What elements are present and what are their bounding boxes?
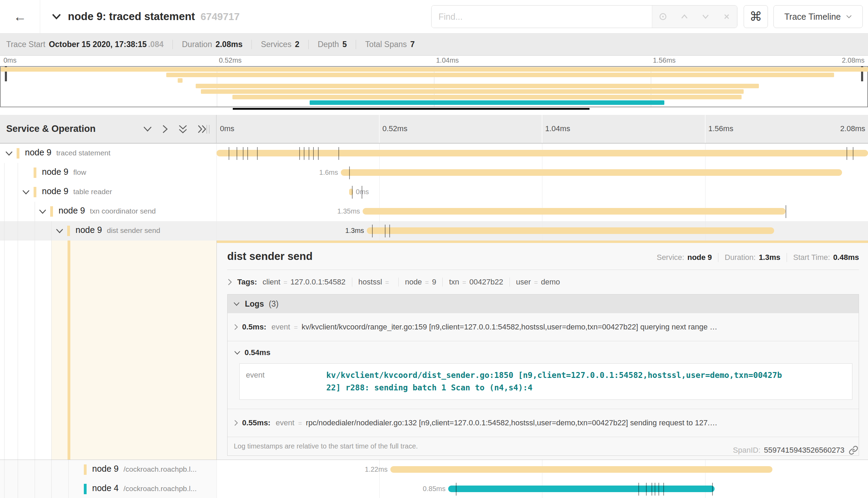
log-tick-marker	[372, 225, 373, 237]
span-row: node 9flow1.6ms	[0, 163, 868, 182]
log-tick-marker	[362, 186, 362, 199]
span-color-bar	[67, 226, 70, 236]
expand-one-icon[interactable]	[162, 124, 168, 134]
log-tick-marker	[304, 147, 304, 160]
minimap-canvas[interactable]	[0, 66, 868, 107]
log-tick-marker	[385, 225, 386, 237]
tag-item: client=127.0.0.1:54582	[263, 278, 346, 287]
tag-divider	[442, 278, 443, 287]
focus-target-icon[interactable]	[658, 12, 668, 21]
detail-divider	[227, 270, 859, 270]
span-row: node 9txn coordinator send1.35ms	[0, 202, 868, 221]
span-color-bar	[34, 187, 36, 197]
minimap-span-bar	[1, 67, 868, 72]
span-name-cell[interactable]: node 9/cockroach.roachpb.l...	[0, 460, 216, 479]
span-timeline-cell[interactable]: 1.35ms	[216, 202, 868, 221]
collapse-chevron-icon[interactable]	[22, 190, 30, 195]
span-timeline-cell[interactable]: 0.85ms	[216, 479, 868, 498]
deep-link-icon[interactable]	[849, 445, 858, 455]
log-row[interactable]: 0.55ms: event = rpc/nodedialer/nodediale…	[228, 409, 859, 437]
span-timeline-cell[interactable]: 1.3ms	[216, 221, 868, 241]
span-bar[interactable]	[390, 466, 772, 473]
timeline-gridline	[216, 479, 217, 498]
collapse-chevron-icon[interactable]	[38, 209, 47, 214]
tree-guide-line	[4, 202, 5, 221]
tree-guide-line	[18, 202, 18, 221]
tree-guide-line	[35, 202, 35, 221]
span-bar[interactable]	[367, 227, 774, 234]
span-rows-below-detail: node 9/cockroach.roachpb.l...1.22msnode …	[0, 460, 868, 498]
log-tick-marker	[318, 147, 319, 160]
trace-collapse-chevron-icon[interactable]	[51, 13, 62, 20]
span-duration-label: 1.6ms	[319, 169, 338, 176]
find-input[interactable]	[432, 6, 652, 28]
tree-guide-line	[4, 221, 5, 241]
view-selector-label: Trace Timeline	[784, 12, 841, 22]
column-resizer-grip[interactable]	[206, 125, 210, 134]
span-row: node 9dist sender send1.3ms	[0, 221, 868, 241]
log-tick-marker	[309, 147, 309, 160]
ruler-gridline	[542, 115, 542, 143]
tree-guide-line	[51, 460, 52, 479]
log-tick-marker	[638, 483, 639, 496]
span-timeline-cell[interactable]: 1.6ms	[216, 163, 868, 182]
collapse-one-icon[interactable]	[143, 126, 152, 132]
collapse-chevron-icon[interactable]	[55, 228, 64, 234]
logs-header[interactable]: Logs (3)	[228, 295, 859, 313]
minimap-span-bar	[310, 100, 664, 105]
service-operation-title: Service & Operation	[6, 124, 96, 134]
span-name-cell[interactable]: node 9traced statement	[0, 144, 216, 163]
trace-minimap: 0ms 0.52ms 1.04ms 1.56ms 2.08ms	[0, 56, 868, 115]
log-tick-marker	[658, 483, 659, 496]
tree-guide-line	[51, 479, 52, 498]
span-timeline-cell[interactable]	[216, 144, 868, 163]
tree-guide-line	[68, 460, 69, 479]
span-name-cell[interactable]: node 9table reader	[0, 182, 216, 202]
span-timeline-cell[interactable]: 0ms	[216, 182, 868, 202]
log-tick-marker	[389, 225, 390, 237]
collapse-all-icon[interactable]	[178, 125, 188, 134]
span-bar[interactable]	[448, 486, 715, 492]
expand-all-icon[interactable]	[197, 124, 206, 134]
clear-find-icon[interactable]	[722, 12, 731, 21]
tree-guide-line	[4, 241, 5, 460]
span-operation-name: traced statement	[56, 149, 110, 157]
span-name-cell[interactable]: node 9txn coordinator send	[0, 202, 216, 221]
timeline-gridline	[216, 163, 217, 182]
view-selector-button[interactable]: Trace Timeline	[773, 5, 863, 28]
span-operation-name: table reader	[73, 188, 112, 196]
log-tick-marker	[652, 483, 652, 496]
back-arrow-icon: ←	[14, 9, 27, 24]
span-bar[interactable]	[349, 189, 353, 195]
collapse-chevron-icon[interactable]	[5, 151, 13, 156]
log-row-expanded-header[interactable]: 0.54ms	[234, 348, 852, 357]
tags-accordion[interactable]: Tags: client=127.0.0.1:54582 hostssl= no…	[227, 278, 859, 287]
span-service-name: node 9	[25, 147, 51, 157]
span-detail-title: dist sender send	[227, 250, 312, 263]
minimap-span-bar	[178, 78, 183, 83]
minimap-scroll-indicator[interactable]	[233, 108, 590, 110]
span-name-cell[interactable]: node 9flow	[0, 163, 216, 182]
minimap-span-bar	[201, 89, 743, 94]
find-prev-icon[interactable]	[680, 12, 689, 21]
find-toolbar	[652, 6, 737, 28]
minimap-span-bar	[196, 84, 759, 88]
span-operation-name: dist sender send	[107, 226, 160, 234]
selected-span-color-strip	[68, 241, 70, 460]
log-row[interactable]: 0.5ms: event = kv/kvclient/kvcoord/range…	[228, 313, 859, 341]
log-tick-marker	[299, 147, 300, 160]
timeline-gridline	[216, 202, 217, 221]
keyboard-shortcuts-button[interactable]: ⌘	[744, 5, 768, 28]
span-name-cell[interactable]: node 4/cockroach.roachpb.l...	[0, 479, 216, 498]
find-next-icon[interactable]	[701, 12, 710, 21]
span-bar[interactable]	[216, 150, 868, 156]
page-header: ← node 9: traced statement 6749717 ⌘ Tra…	[0, 0, 868, 34]
log-tick-marker	[247, 147, 248, 160]
span-timeline-cell[interactable]: 1.22ms	[216, 460, 868, 479]
span-name-cell[interactable]: node 9dist sender send	[0, 221, 216, 241]
span-operation-name: txn coordinator send	[90, 207, 156, 215]
back-button[interactable]: ←	[0, 0, 40, 33]
log-tick-marker	[257, 147, 258, 160]
span-bar[interactable]	[341, 169, 842, 176]
span-bar[interactable]	[363, 208, 786, 215]
